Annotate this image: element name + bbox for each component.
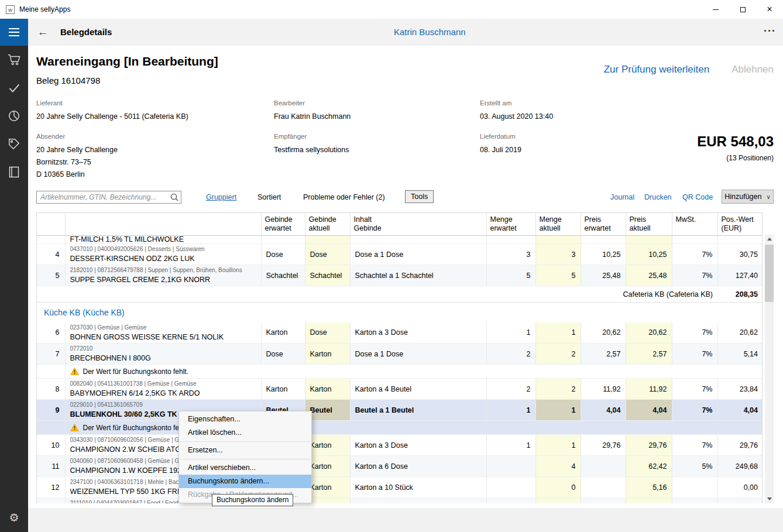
table-row[interactable]: 7 0772010BRECHBOHNEN I 800G Dose Karton …	[37, 344, 763, 365]
column-header[interactable]: Gebindeerwartet	[261, 213, 305, 236]
cart-icon[interactable]	[0, 46, 28, 74]
document-number: Beleg 16104798	[36, 75, 100, 85]
add-button[interactable]: Hinzufügen ∨	[722, 190, 774, 204]
cell-preis-aktuell[interactable]: 11,92	[626, 379, 672, 400]
column-header[interactable]: Mengeerwartet	[486, 213, 535, 236]
back-button[interactable]: ←	[34, 19, 51, 46]
cell-menge-aktuell[interactable]: 1	[535, 400, 581, 421]
journal-link[interactable]: Journal	[610, 193, 634, 201]
context-menu-item[interactable]: Eigenschaften...	[179, 413, 311, 426]
cell-preis-aktuell[interactable]: 20,62	[626, 322, 672, 344]
vertical-scrollbar[interactable]	[765, 235, 774, 503]
row-number: 10	[37, 435, 65, 456]
tools-button[interactable]: Tools	[405, 190, 434, 203]
cell-inhalt-gebinde: Schachtel a 1 Schachtel	[350, 265, 486, 286]
cell-menge-aktuell[interactable]: 1	[535, 322, 581, 344]
cell-preis-aktuell[interactable]: 25,48	[626, 265, 672, 286]
table-row[interactable]: 9 0229010 | 05411361065709BLUMENKOHL 30/…	[37, 400, 763, 421]
cell-preis-aktuell[interactable]: 2,57	[626, 344, 672, 365]
cell-menge-aktuell[interactable]: 2	[535, 344, 581, 365]
table-row[interactable]: 11 0340060 | 08710609600458 | Gemüse | G…	[37, 456, 763, 477]
table-row[interactable]: 4 0437010 | 04000492005626 | Desserts | …	[37, 244, 763, 265]
cell-menge-erwartet: 1	[486, 435, 535, 456]
forward-for-review-button[interactable]: Zur Prüfung weiterleiten	[604, 64, 709, 75]
column-header[interactable]: Mengeaktuell	[535, 213, 581, 236]
cell-gebinde-aktuell[interactable]: Dose	[305, 322, 350, 344]
cell-preis-aktuell[interactable]: 2,20	[626, 498, 672, 504]
table-row[interactable]: 13 2111010 | 04044703001847 | Food | Foo…	[37, 498, 763, 504]
cell-preis-aktuell[interactable]: 10,25	[626, 244, 672, 265]
cell-mwst: 5%	[672, 498, 717, 504]
cell-preis-erwartet: 2,57	[581, 344, 626, 365]
cell-menge-aktuell[interactable]: 2	[535, 379, 581, 400]
cell-menge-aktuell[interactable]: 4	[535, 456, 581, 477]
article-meta: 0082040 | 05411361001738 | Gemüse | Gemü…	[70, 380, 256, 387]
table-row[interactable]: 6 0237030 | Gemüse | GemüseBOHNEN GROSS …	[37, 322, 763, 344]
cell-mwst: 7%	[672, 400, 717, 421]
settings-gear-icon[interactable]: ⚙	[0, 506, 28, 528]
problems-filter-toggle[interactable]: Probleme oder Fehler (2)	[303, 193, 385, 201]
cell-menge-aktuell[interactable]: 1	[535, 435, 581, 456]
table-row[interactable]: 12 2347100 | 04006363101718 | Mehle | Ba…	[37, 477, 763, 498]
qr-code-link[interactable]: QR Code	[682, 193, 713, 201]
app-window: w Meine sellyApps × ← Belegdetails Katri…	[0, 0, 783, 532]
column-header[interactable]: Pos.-Wert(EUR)	[717, 213, 763, 236]
checkmark-icon[interactable]	[0, 74, 28, 102]
field-absender: Absender 20 Jahre Selly Challenge Bornit…	[36, 133, 118, 181]
sorted-toggle[interactable]: Sortiert	[257, 193, 281, 201]
row-number: 6	[37, 322, 65, 344]
pie-chart-icon[interactable]	[0, 102, 28, 130]
cell-preis-aktuell[interactable]: 4,04	[626, 400, 672, 421]
cell-preis-erwartet	[581, 477, 626, 498]
minimize-button[interactable]	[702, 0, 729, 19]
cell-gebinde-aktuell[interactable]: Dose	[305, 244, 350, 265]
column-header[interactable]	[37, 213, 65, 236]
positions-count: (13 Positionen)	[697, 154, 774, 162]
close-button[interactable]: ×	[756, 0, 783, 19]
cell-menge-erwartet	[486, 456, 535, 477]
cell-menge-aktuell[interactable]: 3	[535, 498, 581, 504]
hamburger-menu-button[interactable]	[0, 19, 28, 46]
column-header[interactable]: Preisaktuell	[626, 213, 672, 236]
maximize-button[interactable]	[729, 0, 756, 19]
journal-book-icon[interactable]	[0, 158, 28, 186]
price-tag-icon[interactable]	[0, 130, 28, 158]
more-options-button[interactable]: ···	[764, 19, 776, 44]
context-menu-item[interactable]: Artikel löschen...	[179, 426, 311, 440]
current-user[interactable]: Katrin Buschmann	[394, 19, 466, 46]
context-menu-item[interactable]: Ersetzen...	[179, 444, 311, 457]
scroll-down-button[interactable]	[765, 495, 774, 503]
column-header[interactable]: Gebindeaktuell	[305, 213, 350, 236]
column-header[interactable]: InhaltGebinde	[350, 213, 486, 236]
cell-gebinde-erwartet: Schachtel	[261, 265, 305, 286]
cell-menge-aktuell[interactable]: 0	[535, 477, 581, 498]
print-link[interactable]: Drucken	[644, 193, 672, 201]
cell-menge-aktuell[interactable]: 5	[535, 265, 581, 286]
add-button-label: Hinzufügen	[724, 193, 761, 201]
window-title: Meine sellyApps	[19, 5, 70, 13]
grouped-toggle[interactable]: Gruppiert	[206, 193, 236, 201]
cell-mwst	[672, 477, 717, 498]
cell-menge-aktuell[interactable]: 3	[535, 244, 581, 265]
column-header[interactable]: Preiserwartet	[581, 213, 626, 236]
search-input[interactable]	[37, 193, 168, 201]
cell-gebinde-aktuell[interactable]: Karton	[305, 344, 350, 365]
scrollbar-thumb[interactable]	[765, 245, 774, 302]
table-row[interactable]: 8 0082040 | 05411361001738 | Gemüse | Ge…	[37, 379, 763, 400]
table-row-partial[interactable]: FT-MILCH 1,5% TL MILCHWOLKE	[37, 236, 763, 244]
scroll-up-button[interactable]	[765, 235, 774, 243]
column-header[interactable]: MwSt.	[672, 213, 717, 236]
cell-preis-aktuell[interactable]: 5,16	[626, 477, 672, 498]
cell-gebinde-aktuell[interactable]: Schachtel	[305, 265, 350, 286]
search-icon[interactable]	[168, 193, 181, 201]
column-header[interactable]	[65, 213, 261, 236]
table-row[interactable]: 5 2182010 | 08712566479788 | Suppen | Su…	[37, 265, 763, 286]
context-menu-item[interactable]: Artikel verschieben...	[179, 461, 311, 475]
context-menu-item[interactable]: Buchungskonto ändern...	[179, 475, 311, 488]
reject-button[interactable]: Ablehnen	[732, 64, 774, 75]
cell-preis-aktuell[interactable]: 29,76	[626, 435, 672, 456]
cell-preis-aktuell[interactable]: 62,42	[626, 456, 672, 477]
cell-preis-erwartet: 29,76	[581, 435, 626, 456]
cell-gebinde-aktuell[interactable]: Karton	[305, 379, 350, 400]
table-row[interactable]: 10 0343030 | 08710609602056 | Gemüse | G…	[37, 435, 763, 456]
